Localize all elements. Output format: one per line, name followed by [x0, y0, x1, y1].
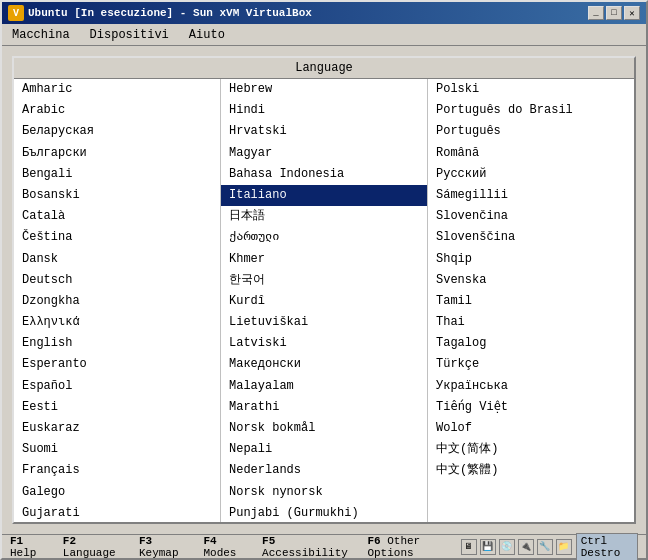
- language-item[interactable]: Norsk bokmål: [221, 418, 427, 439]
- language-item[interactable]: English: [14, 333, 220, 354]
- menu-macchina[interactable]: Macchina: [6, 27, 76, 43]
- language-item[interactable]: Thai: [428, 312, 634, 333]
- language-item[interactable]: Suomi: [14, 439, 220, 460]
- language-column-3: PolskiPortuguês do BrasilPortuguêsRomână…: [428, 79, 634, 522]
- language-item[interactable]: 한국어: [221, 270, 427, 291]
- language-item[interactable]: Punjabi (Gurmukhi): [221, 503, 427, 522]
- status-key-f5[interactable]: F5 Accessibility: [262, 535, 355, 559]
- language-columns: AmharicArabicБеларускаяБългарскиBengaliB…: [14, 79, 634, 522]
- status-icon-usb: 🔌: [518, 539, 534, 555]
- language-item[interactable]: Hindi: [221, 100, 427, 121]
- status-key-label: F2: [63, 535, 76, 547]
- status-key-f2[interactable]: F2 Language: [63, 535, 127, 559]
- language-item[interactable]: Dzongkha: [14, 291, 220, 312]
- language-item[interactable]: Nepali: [221, 439, 427, 460]
- language-item[interactable]: Português: [428, 121, 634, 142]
- titlebar: V Ubuntu [In esecuzione] - Sun xVM Virtu…: [2, 2, 646, 24]
- language-item[interactable]: Română: [428, 143, 634, 164]
- language-item[interactable]: Norsk nynorsk: [221, 482, 427, 503]
- language-item[interactable]: Беларуская: [14, 121, 220, 142]
- language-item[interactable]: Tamil: [428, 291, 634, 312]
- language-item[interactable]: Eesti: [14, 397, 220, 418]
- language-item[interactable]: Dansk: [14, 249, 220, 270]
- language-item[interactable]: Català: [14, 206, 220, 227]
- language-item[interactable]: Sámegillii: [428, 185, 634, 206]
- language-container: Language AmharicArabicБеларускаяБългарск…: [12, 56, 636, 524]
- status-key-label: F6: [367, 535, 380, 547]
- language-item[interactable]: Українська: [428, 376, 634, 397]
- language-item[interactable]: Polski: [428, 79, 634, 100]
- language-column-2: HebrewHindiHrvatskiMagyarBahasa Indonesi…: [221, 79, 428, 522]
- close-button[interactable]: ✕: [624, 6, 640, 20]
- status-icon-cd: 💿: [499, 539, 515, 555]
- language-item[interactable]: Slovenčina: [428, 206, 634, 227]
- status-key-label: F3: [139, 535, 152, 547]
- language-item[interactable]: Malayalam: [221, 376, 427, 397]
- language-item[interactable]: Hrvatski: [221, 121, 427, 142]
- status-key-f6[interactable]: F6 Other Options: [367, 535, 460, 559]
- virtualbox-window: V Ubuntu [In esecuzione] - Sun xVM Virtu…: [0, 0, 648, 560]
- status-key-f1[interactable]: F1 Help: [10, 535, 51, 559]
- language-item[interactable]: Bahasa Indonesia: [221, 164, 427, 185]
- language-item[interactable]: Svenska: [428, 270, 634, 291]
- menu-dispositivi[interactable]: Dispositivi: [84, 27, 175, 43]
- language-item[interactable]: Bengali: [14, 164, 220, 185]
- language-item[interactable]: Български: [14, 143, 220, 164]
- language-item[interactable]: Slovenščina: [428, 227, 634, 248]
- language-item[interactable]: Tagalog: [428, 333, 634, 354]
- language-item[interactable]: Shqip: [428, 249, 634, 270]
- language-item[interactable]: Amharic: [14, 79, 220, 100]
- language-item[interactable]: Latviski: [221, 333, 427, 354]
- language-item[interactable]: Русский: [428, 164, 634, 185]
- language-item[interactable]: Español: [14, 376, 220, 397]
- language-item[interactable]: Ελληνικά: [14, 312, 220, 333]
- statusbar-keys: F1 HelpF2 LanguageF3 KeymapF4 ModesF5 Ac…: [10, 535, 461, 559]
- status-key-f3[interactable]: F3 Keymap: [139, 535, 191, 559]
- language-item[interactable]: Hebrew: [221, 79, 427, 100]
- language-item[interactable]: 日本語: [221, 206, 427, 227]
- language-item[interactable]: Gujarati: [14, 503, 220, 522]
- language-item[interactable]: Galego: [14, 482, 220, 503]
- language-item[interactable]: Khmer: [221, 249, 427, 270]
- language-item[interactable]: Türkçe: [428, 354, 634, 375]
- titlebar-buttons: _ □ ✕: [588, 6, 640, 20]
- window-title: Ubuntu [In esecuzione] - Sun xVM Virtual…: [28, 7, 312, 19]
- language-item[interactable]: ქართული: [221, 227, 427, 248]
- status-icon-net: 🔧: [537, 539, 553, 555]
- language-item[interactable]: Italiano: [221, 185, 427, 206]
- language-item[interactable]: Nederlands: [221, 460, 427, 481]
- language-item[interactable]: Esperanto: [14, 354, 220, 375]
- language-item[interactable]: Deutsch: [14, 270, 220, 291]
- language-item[interactable]: Македонски: [221, 354, 427, 375]
- language-item[interactable]: Lietuviškai: [221, 312, 427, 333]
- status-icon-monitor: 🖥: [461, 539, 477, 555]
- language-item[interactable]: Euskaraz: [14, 418, 220, 439]
- main-content: Language AmharicArabicБеларускаяБългарск…: [2, 46, 646, 534]
- language-item[interactable]: Bosanski: [14, 185, 220, 206]
- maximize-button[interactable]: □: [606, 6, 622, 20]
- language-item[interactable]: 中文(繁體): [428, 460, 634, 481]
- status-icon-hdd: 💾: [480, 539, 496, 555]
- language-item[interactable]: Marathi: [221, 397, 427, 418]
- language-item[interactable]: Português do Brasil: [428, 100, 634, 121]
- menubar: Macchina Dispositivi Aiuto: [2, 24, 646, 46]
- language-item[interactable]: Wolof: [428, 418, 634, 439]
- language-item[interactable]: Kurdî: [221, 291, 427, 312]
- status-icon-share: 📁: [556, 539, 572, 555]
- language-item[interactable]: Tiếng Việt: [428, 397, 634, 418]
- app-icon: V: [8, 5, 24, 21]
- language-item[interactable]: Français: [14, 460, 220, 481]
- status-key-label: F4: [203, 535, 216, 547]
- ctrl-destro-label: Ctrl Destro: [576, 533, 638, 561]
- statusbar: F1 HelpF2 LanguageF3 KeymapF4 ModesF5 Ac…: [2, 534, 646, 558]
- language-item[interactable]: Čeština: [14, 227, 220, 248]
- language-item[interactable]: Magyar: [221, 143, 427, 164]
- status-icons: 🖥 💾 💿 🔌 🔧 📁: [461, 539, 572, 555]
- status-key-f4[interactable]: F4 Modes: [203, 535, 250, 559]
- titlebar-left: V Ubuntu [In esecuzione] - Sun xVM Virtu…: [8, 5, 312, 21]
- language-item[interactable]: Arabic: [14, 100, 220, 121]
- status-key-label: F1: [10, 535, 23, 547]
- minimize-button[interactable]: _: [588, 6, 604, 20]
- menu-aiuto[interactable]: Aiuto: [183, 27, 231, 43]
- language-item[interactable]: 中文(简体): [428, 439, 634, 460]
